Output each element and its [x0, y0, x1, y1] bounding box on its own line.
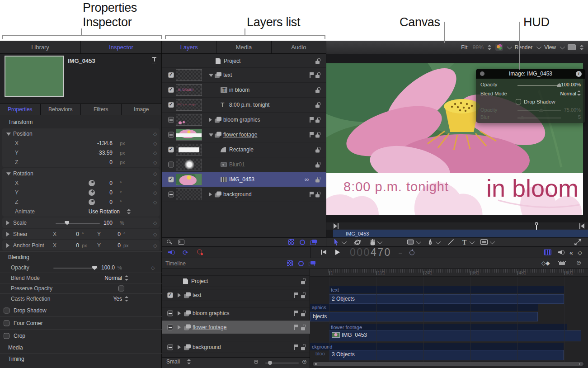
- anchor-point-x-value[interactable]: 0: [60, 242, 79, 249]
- display-mode-icon[interactable]: [568, 44, 576, 50]
- lock-icon[interactable]: [315, 192, 321, 198]
- layer-checkbox[interactable]: [168, 192, 174, 198]
- disclosure-triangle-icon[interactable]: [6, 132, 11, 136]
- track-bar-3-objects[interactable]: 3 Objects: [329, 350, 564, 360]
- track-bar-img-0453[interactable]: IMG_0453: [329, 330, 581, 341]
- layer-row-img-0453[interactable]: IMG_0453∞: [162, 172, 326, 187]
- orbit-tool-icon[interactable]: [353, 238, 362, 246]
- track-bar-bjects[interactable]: bjects: [310, 312, 538, 321]
- zoom-timeline-icon[interactable]: [576, 260, 583, 267]
- pin-icon[interactable]: [152, 57, 157, 63]
- hud-overlay[interactable]: Image: IMG_0453 i Opacity 100.00% Blend …: [476, 69, 585, 123]
- disclosure-triangle-icon[interactable]: [178, 311, 181, 316]
- layer-checkbox[interactable]: [168, 102, 174, 108]
- play-icon[interactable]: [335, 250, 340, 255]
- playhead-marker-icon[interactable]: [535, 222, 538, 230]
- show-clones-icon[interactable]: [309, 261, 315, 266]
- text-tool-icon[interactable]: T: [461, 238, 469, 246]
- layer-checkbox[interactable]: [168, 72, 174, 78]
- show-keyframes-icon[interactable]: ‹‹: [569, 249, 572, 256]
- chevron-down-icon[interactable]: [342, 239, 347, 244]
- link-icon[interactable]: ∞: [305, 177, 309, 182]
- timeline-layer-row-text[interactable]: text: [162, 289, 310, 301]
- show-masks-icon[interactable]: [288, 239, 294, 245]
- expand-canvas-icon[interactable]: [574, 238, 582, 246]
- lock-icon[interactable]: [315, 177, 321, 183]
- zoom-stepper-icon[interactable]: [488, 45, 491, 50]
- disclosure-triangle-icon[interactable]: [209, 74, 213, 77]
- track-size-select[interactable]: Small: [166, 359, 180, 365]
- disclosure-triangle-icon[interactable]: [178, 293, 181, 297]
- chevron-down-icon[interactable]: [507, 44, 512, 49]
- disclosure-triangle-icon[interactable]: [209, 133, 213, 137]
- chevron-down-icon[interactable]: [470, 239, 475, 244]
- animate-value[interactable]: Use Rotation: [66, 208, 120, 215]
- disclosure-triangle-icon[interactable]: [6, 172, 11, 175]
- show-video-track-icon[interactable]: [544, 250, 551, 255]
- layer-checkbox[interactable]: [168, 147, 174, 153]
- mask-tool-icon[interactable]: [480, 238, 488, 246]
- shear-x-value[interactable]: 0: [60, 231, 79, 237]
- z-value-field[interactable]: 0: [72, 159, 113, 165]
- select-tool-icon[interactable]: [333, 238, 341, 246]
- search-icon[interactable]: [166, 239, 173, 245]
- in-point-marker-icon[interactable]: [334, 223, 339, 229]
- tab-audio[interactable]: Audio: [272, 41, 326, 53]
- flag-icon[interactable]: [294, 344, 298, 350]
- track-bar-2-objects[interactable]: 2 Objects: [329, 294, 564, 304]
- lock-icon[interactable]: [315, 87, 321, 93]
- filter-window-icon[interactable]: [178, 240, 184, 245]
- go-to-start-icon[interactable]: [321, 250, 326, 255]
- audio-mute-icon[interactable]: [168, 250, 176, 255]
- scrollbar-thumb[interactable]: [313, 362, 583, 366]
- timeline-layer-row-bloom-graphics[interactable]: bloom graphics: [162, 307, 310, 319]
- disclosure-triangle-icon[interactable]: [178, 345, 181, 349]
- tab-media[interactable]: Media: [216, 41, 271, 53]
- scale-value-field[interactable]: 100: [72, 220, 113, 226]
- x-value-field[interactable]: 0: [72, 180, 113, 186]
- chevron-down-icon[interactable]: [490, 239, 495, 244]
- flag-icon[interactable]: [294, 311, 298, 316]
- show-masks-icon[interactable]: [287, 260, 293, 266]
- hud-opacity-value[interactable]: 100.00%: [561, 82, 581, 87]
- stepper-icon[interactable]: [127, 209, 131, 214]
- timeline-hscrollbar[interactable]: [312, 362, 584, 366]
- line-tool-icon[interactable]: [447, 238, 456, 246]
- disclosure-triangle-icon[interactable]: [6, 221, 9, 225]
- zoom-out-icon[interactable]: [254, 359, 260, 366]
- keyframe-diamond-icon[interactable]: ◇: [153, 159, 157, 165]
- layer-checkbox[interactable]: [167, 292, 173, 298]
- out-point-marker-icon[interactable]: [579, 223, 584, 229]
- keyframe-diamond-icon[interactable]: ◇: [153, 150, 157, 156]
- lock-icon[interactable]: [315, 58, 321, 64]
- layer-checkbox[interactable]: [168, 162, 174, 168]
- keyframe-diamond-icon[interactable]: ◇: [153, 231, 157, 237]
- show-clones-icon[interactable]: [310, 240, 317, 245]
- layer-checkbox[interactable]: [168, 117, 174, 123]
- layer-row-blur01[interactable]: Blur01: [162, 157, 326, 172]
- layer-checkbox[interactable]: [167, 324, 173, 330]
- casts-reflection-value[interactable]: Yes: [68, 296, 122, 302]
- chevron-down-icon[interactable]: [377, 239, 382, 244]
- keyframe-diamond-icon[interactable]: ◇: [153, 242, 157, 248]
- hud-opacity-slider[interactable]: [517, 85, 561, 86]
- layer-row-rectangle[interactable]: Rectangle: [162, 142, 326, 157]
- opacity-value-field[interactable]: 100.0: [74, 264, 115, 271]
- lock-icon[interactable]: [315, 147, 321, 153]
- hud-blend-value[interactable]: Normal: [560, 91, 576, 96]
- crop-checkbox[interactable]: [4, 333, 9, 339]
- timecode-menu-icon[interactable]: [399, 250, 402, 254]
- chevron-down-icon[interactable]: [416, 239, 421, 244]
- y-value-field[interactable]: -33.59: [72, 150, 113, 156]
- drop-shadow-checkbox[interactable]: [4, 307, 9, 313]
- shear-y-value[interactable]: 0: [102, 231, 121, 237]
- layer-checkbox[interactable]: [168, 177, 174, 183]
- view-menu[interactable]: View: [544, 44, 556, 51]
- disclosure-triangle-icon[interactable]: [6, 243, 9, 248]
- flag-icon[interactable]: [294, 325, 298, 330]
- show-keyframes-toggle-icon[interactable]: ◇◆: [541, 260, 550, 266]
- layer-row-project[interactable]: Project: [162, 54, 326, 68]
- flag-icon[interactable]: [310, 192, 314, 197]
- subtab-behaviors[interactable]: Behaviors: [41, 104, 81, 115]
- subtab-image[interactable]: Image: [122, 104, 162, 115]
